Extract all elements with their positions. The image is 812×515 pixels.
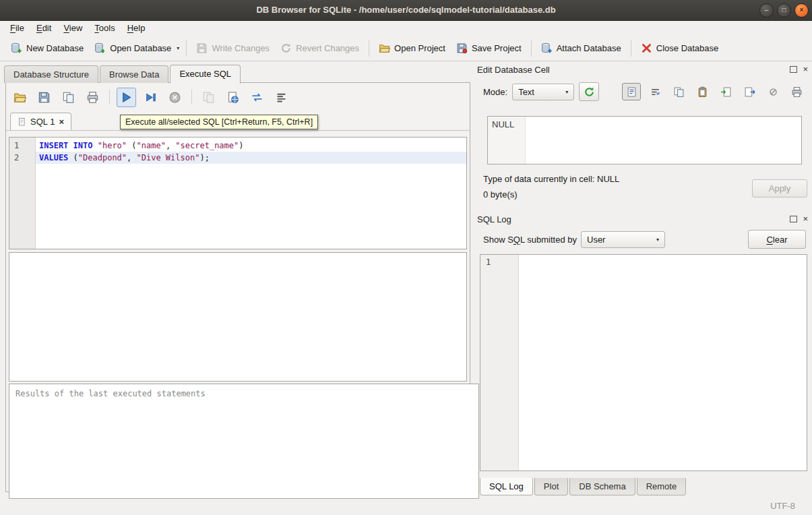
open-project-label: Open Project <box>394 43 445 53</box>
log-filter-value: User <box>587 235 605 245</box>
execute-line-button[interactable] <box>141 88 160 107</box>
menu-tools[interactable]: Tools <box>88 21 121 35</box>
paste-cell-button[interactable] <box>693 83 712 100</box>
execute-line-icon <box>144 91 157 104</box>
open-database-dropdown-arrow[interactable]: ▾ <box>177 42 182 55</box>
sql-tab[interactable]: SQL 1 × <box>10 113 71 130</box>
toolbar-separator <box>191 90 192 104</box>
log-filter-dropdown[interactable]: User ▾ <box>581 231 665 248</box>
edit-cell-header: Edit Database Cell × <box>477 62 808 77</box>
clear-log-button[interactable]: Clear <box>748 230 806 249</box>
find-button[interactable] <box>223 88 243 107</box>
sql-line-1: INSERT INTO "hero" ("name", "secret_name… <box>36 140 466 152</box>
apply-format-button[interactable] <box>579 82 599 101</box>
copy-cell-button[interactable] <box>669 83 688 100</box>
chevron-down-icon: ▾ <box>565 89 568 95</box>
line-number: 2 <box>9 152 35 164</box>
save-sql-file-icon <box>38 91 51 104</box>
results-message-area[interactable]: Results of the last executed statements <box>9 384 479 499</box>
attach-database-button[interactable]: Attach Database <box>536 39 627 57</box>
open-sql-file-icon <box>13 91 26 104</box>
tab-execute-sql[interactable]: Execute SQL <box>170 65 241 84</box>
float-dock-icon[interactable] <box>790 216 797 222</box>
open-project-button[interactable]: Open Project <box>373 39 451 57</box>
import-cell-button[interactable] <box>716 83 735 100</box>
tab-sql-log[interactable]: SQL Log <box>480 478 533 495</box>
edit-cell-title: Edit Database Cell <box>477 65 550 75</box>
maximize-button[interactable]: □ <box>777 3 791 18</box>
set-null-button[interactable] <box>763 83 782 100</box>
open-sql-file-button[interactable] <box>10 88 30 107</box>
format-sql-button[interactable] <box>272 88 291 107</box>
menu-view[interactable]: View <box>57 21 88 35</box>
text-mode-icon <box>626 86 637 98</box>
new-database-label: New Database <box>26 43 84 53</box>
new-database-button[interactable]: New Database <box>5 39 89 57</box>
tab-db-schema[interactable]: DB Schema <box>569 478 635 495</box>
main-tabs: Database Structure Browse Data Execute S… <box>4 64 242 83</box>
chevron-down-icon: ▾ <box>656 237 659 243</box>
save-results-button[interactable] <box>59 88 78 107</box>
toolbar-separator <box>531 40 532 57</box>
new-database-icon <box>11 42 22 54</box>
apply-button[interactable]: Apply <box>752 179 807 198</box>
close-dock-icon[interactable]: × <box>803 216 808 222</box>
close-button[interactable]: × <box>794 3 809 18</box>
results-grid[interactable] <box>9 252 467 382</box>
import-icon <box>720 86 732 98</box>
print-sql-button[interactable] <box>83 88 102 107</box>
save-sql-file-button[interactable] <box>34 88 54 107</box>
encoding-indicator[interactable]: UTF-8 <box>770 501 795 511</box>
tab-database-structure[interactable]: Database Structure <box>4 65 98 83</box>
print-icon <box>791 86 803 98</box>
execute-all-icon <box>120 91 133 104</box>
word-wrap-icon <box>251 91 263 104</box>
close-database-button[interactable]: Close Database <box>635 39 724 57</box>
word-wrap-button[interactable] <box>247 88 267 107</box>
copy-icon <box>673 86 685 98</box>
cell-size-info: 0 byte(s) <box>483 189 518 200</box>
minimize-button[interactable]: – <box>759 3 774 18</box>
menu-help[interactable]: Help <box>121 21 152 35</box>
apply-format-icon <box>584 86 595 98</box>
save-project-icon <box>456 42 468 54</box>
sql-editor[interactable]: 1 2 INSERT INTO "hero" ("name", "secret_… <box>9 137 467 249</box>
sql-tab-close-icon[interactable]: × <box>59 118 64 125</box>
float-dock-icon[interactable] <box>790 66 797 73</box>
window-controls: – □ × <box>759 3 809 18</box>
print-cell-button[interactable] <box>787 83 806 100</box>
mode-dropdown[interactable]: Text ▾ <box>512 84 574 100</box>
revert-changes-button[interactable]: Revert Changes <box>275 39 365 57</box>
tab-plot[interactable]: Plot <box>534 478 568 495</box>
write-changes-button[interactable]: Write Changes <box>191 39 275 57</box>
cell-value-editor[interactable]: NULL <box>487 116 802 164</box>
close-database-icon <box>641 42 652 54</box>
bottom-dock-tabs: SQL Log Plot DB Schema Remote <box>480 478 687 495</box>
sql-code-area[interactable]: INSERT INTO "hero" ("name", "secret_name… <box>36 138 466 249</box>
sql-log-header: SQL Log × <box>477 212 808 226</box>
execute-all-button[interactable] <box>117 88 136 107</box>
log-filter-label: Show SQL submitted by <box>483 235 577 245</box>
mode-label: Mode: <box>483 87 507 97</box>
app-window: DB Browser for SQLite - /home/user/code/… <box>0 0 812 515</box>
stop-execution-button[interactable] <box>165 88 185 107</box>
menu-edit[interactable]: Edit <box>30 21 57 35</box>
open-database-button[interactable]: Open Database <box>89 39 177 57</box>
tab-browse-data[interactable]: Browse Data <box>100 65 168 83</box>
toolbar-separator <box>109 90 110 104</box>
edit-cell-toolbar: Mode: Text ▾ <box>483 82 806 101</box>
close-database-label: Close Database <box>656 43 719 53</box>
save-project-button[interactable]: Save Project <box>451 39 527 57</box>
export-button[interactable] <box>199 88 218 107</box>
close-dock-icon[interactable]: × <box>803 66 808 73</box>
word-wrap-cell-button[interactable] <box>646 83 664 100</box>
execute-tooltip: Execute all/selected SQL [Ctrl+Return, F… <box>120 115 318 129</box>
sql-log-area[interactable]: 1 <box>480 254 807 471</box>
tab-remote[interactable]: Remote <box>637 478 687 495</box>
menu-file[interactable]: File <box>4 21 30 35</box>
attach-database-icon <box>541 42 553 54</box>
text-mode-button[interactable] <box>622 83 641 100</box>
stop-icon <box>168 91 181 104</box>
export-cell-button[interactable] <box>740 83 759 100</box>
line-number: 1 <box>9 140 35 152</box>
